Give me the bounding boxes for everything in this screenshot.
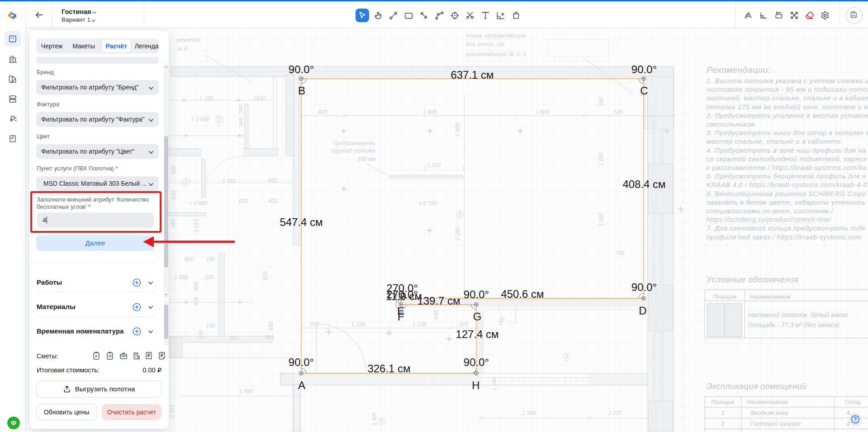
svg-text:1 600: 1 600 [536, 109, 549, 115]
svg-text:1: 1 [721, 409, 724, 416]
svg-text:чистового покрытия - 95 мм и п: чистового покрытия - 95 мм и подшивки по… [707, 86, 868, 93]
svg-text:1 160: 1 160 [222, 178, 236, 184]
svg-text:500: 500 [310, 321, 319, 328]
svg-text:Натяжной потолок, белый мато: Натяжной потолок, белый мато [748, 311, 848, 319]
svg-text:460: 460 [170, 219, 176, 228]
svg-text:345: 345 [238, 117, 244, 127]
svg-text:2: 2 [721, 420, 725, 427]
svg-text:750: 750 [498, 317, 505, 326]
svg-text:Экспликация помещений: Экспликация помещений [707, 382, 806, 391]
svg-text:KRAAB 4.0 / https://kraab-syst: KRAAB 4.0 / https://kraab-systems.com/kr… [707, 181, 868, 188]
svg-text:4. Предусмотреть в зоне ниш пр: 4. Предусмотреть в зоне ниш профиль для … [707, 147, 866, 154]
svg-text:Площадь - 77,3 м² (без запаса): Площадь - 77,3 м² (без запаса) [748, 321, 840, 329]
svg-text:637.1 см: 637.1 см [451, 69, 493, 81]
svg-text:382: 382 [229, 335, 238, 341]
svg-text:547.4 см: 547.4 см [280, 216, 323, 228]
svg-text:B: B [298, 85, 305, 97]
svg-text:345: 345 [238, 105, 244, 114]
svg-text:632: 632 [268, 178, 277, 184]
svg-text:заказать в белом цвете, габари: заказать в белом цвете, габариты уточнит… [706, 199, 868, 206]
svg-text:специалистами по вент. система: специалистами по вент. системам / [707, 207, 834, 215]
svg-text:1 563: 1 563 [522, 410, 536, 416]
svg-text:Рекомендации:: Рекомендации: [707, 65, 770, 75]
svg-text:Гостевой санузел: Гостевой санузел [751, 420, 801, 427]
svg-text:перепад потолка: перепад потолка [331, 148, 375, 154]
svg-text:рекомендацию № 3, 4: рекомендацию № 3, 4 [465, 51, 526, 57]
svg-text:90.0°: 90.0° [464, 288, 489, 301]
svg-text:светильников.: светильников. [707, 121, 757, 128]
svg-text:2: 2 [218, 117, 221, 123]
svg-text:1 060: 1 060 [598, 152, 604, 166]
svg-text:632: 632 [269, 198, 278, 204]
svg-text:с рассеивателем / https://kraa: с рассеивателем / https://kraab-systems.… [707, 164, 867, 171]
svg-text:D: D [639, 305, 646, 317]
svg-text:Ниша, направляющие: Ниша, направляющие [466, 32, 526, 39]
svg-text:100: 100 [206, 256, 215, 263]
svg-text:408.4 см: 408.4 см [622, 178, 665, 190]
svg-text:90.0°: 90.0° [289, 63, 314, 75]
svg-text:1 800: 1 800 [455, 123, 461, 136]
svg-text:150: 150 [206, 323, 215, 329]
svg-text:Наименование: Наименование [747, 399, 788, 405]
svg-text:90.0°: 90.0° [464, 356, 489, 368]
svg-text:3. Предусмотреть ниши для штор: 3. Предусмотреть ниши для штор в потолке… [707, 129, 868, 136]
svg-text:450.6 см: 450.6 см [501, 288, 544, 300]
svg-text:Наименование: Наименование [750, 293, 791, 300]
svg-text:3: 3 [458, 211, 461, 218]
svg-text:632: 632 [239, 198, 248, 204]
svg-text:1 580: 1 580 [239, 388, 253, 394]
svg-text:500: 500 [171, 165, 177, 174]
svg-text:H: H [472, 379, 479, 391]
svg-text:1 138: 1 138 [351, 321, 365, 328]
svg-text:883: 883 [265, 334, 274, 340]
svg-text:для штор, см.: для штор, см. [466, 41, 505, 47]
svg-text:1 200: 1 200 [427, 162, 441, 169]
svg-text:6. Вентиляционная решетка SCHI: 6. Вентиляционная решетка SCHIBERG Стро [707, 190, 867, 197]
svg-text:960: 960 [268, 322, 274, 331]
svg-text:F: F [398, 310, 404, 323]
svg-text:Предусмотреть: Предусмотреть [332, 140, 375, 146]
svg-text:1 485: 1 485 [371, 412, 378, 426]
svg-text:980: 980 [598, 97, 604, 106]
svg-text:5: 5 [380, 418, 383, 425]
svg-text:100 мм: 100 мм [357, 156, 375, 162]
svg-text:1630: 1630 [253, 95, 266, 102]
svg-text:Позиция: Позиция [713, 293, 736, 300]
svg-text:+ 2 680: + 2 680 [189, 200, 208, 207]
svg-text:90.0°: 90.0° [631, 63, 657, 75]
svg-text:800: 800 [318, 109, 327, 115]
svg-text:со скрытой светодиодной подсве: со скрытой светодиодной подсветкой, карн… [707, 155, 867, 163]
svg-text:Позиция: Позиция [711, 399, 734, 405]
svg-text:№ 6: № 6 [177, 46, 187, 52]
svg-text:100: 100 [204, 274, 213, 281]
svg-text:11.9 см: 11.9 см [386, 290, 422, 302]
svg-text:127.4 см: 127.4 см [455, 328, 498, 340]
svg-text:гостиной, мастер спальне, спал: гостиной, мастер спальне, спальне и в ка… [707, 94, 868, 102]
svg-text:595: 595 [614, 109, 623, 115]
svg-text:2 280: 2 280 [455, 227, 461, 241]
svg-text:630: 630 [433, 310, 439, 319]
svg-text:405: 405 [193, 282, 199, 291]
svg-text:3 213: 3 213 [193, 219, 199, 233]
svg-text:2. Предусмотреть усиление в ме: 2. Предусмотреть усиление в местах устан… [706, 112, 868, 119]
svg-text:900: 900 [185, 256, 194, 263]
svg-text:1 600: 1 600 [423, 109, 436, 115]
svg-text:7. Для светового кольца предус: 7. Для светового кольца предусмотреть ги… [707, 225, 866, 232]
svg-text:90.0°: 90.0° [289, 356, 314, 368]
svg-text:139.7 см: 139.7 см [417, 295, 460, 307]
svg-text:решетка: решетка [176, 37, 201, 43]
svg-text:5. Предусмотреть бесщелевой пр: 5. Предусмотреть бесщелевой профиль для … [707, 173, 866, 180]
svg-text:150: 150 [198, 330, 204, 339]
svg-text:1 138: 1 138 [413, 321, 426, 328]
svg-text:1 155: 1 155 [199, 95, 213, 102]
svg-text:745: 745 [615, 250, 624, 256]
svg-text:Входная зона: Входная зона [751, 409, 787, 416]
svg-text:+ 2 680: + 2 680 [191, 116, 210, 122]
svg-text:4: 4 [565, 354, 569, 360]
svg-text:825: 825 [262, 271, 269, 280]
svg-text:+ 2 760: + 2 760 [418, 200, 437, 207]
svg-text:потолка 175 мм во входной зоне: потолка 175 мм во входной зоне, гостевом… [707, 103, 868, 111]
svg-text:https://schiberg.ru/product/st: https://schiberg.ru/product/stretch-line… [707, 216, 832, 223]
svg-text:мастер спальне, спальне и в ка: мастер спальне, спальне и в кабинете. [707, 138, 843, 145]
svg-text:500: 500 [459, 321, 468, 328]
